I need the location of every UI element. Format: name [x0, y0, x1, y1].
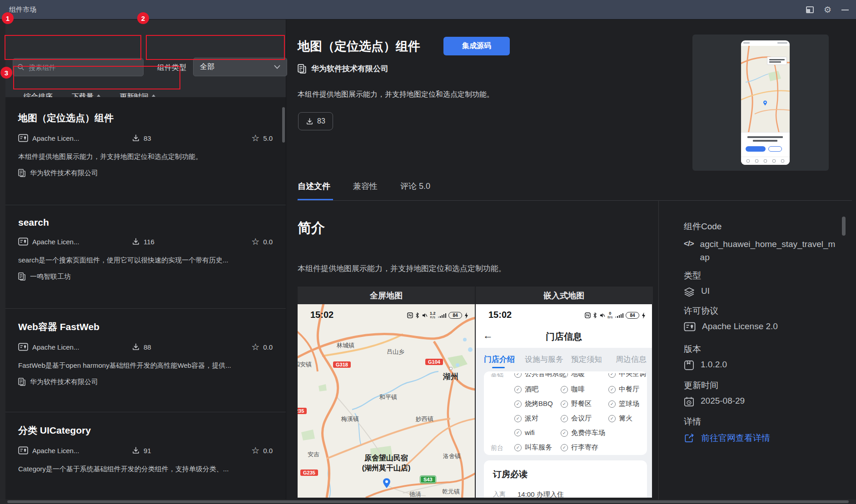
check-icon [561, 430, 568, 437]
sidebar-filters: 组件类型 全部 综合排序 下载量 更新时间 [5, 20, 286, 97]
map-label: 乾元镇 [442, 488, 460, 496]
map-label-city: 湖州 [443, 371, 458, 382]
horizontal-scrollbar-thumb[interactable] [7, 500, 849, 503]
list-item-license: Apache Licen... [32, 134, 79, 142]
map-label: 德清 [409, 490, 421, 498]
tab-comments[interactable]: 评论 5.0 [400, 181, 430, 192]
download-icon [132, 446, 140, 455]
license-icon [18, 343, 28, 351]
road-badge-s43: S43 [420, 476, 436, 483]
type-value: UI [701, 286, 710, 296]
chevron-down-icon [274, 65, 280, 69]
column-header-fullscreen-map: 全屏地图 [298, 287, 476, 304]
network-speed: 1.2K/s [430, 311, 436, 319]
list-item-title: 地图（定位选点）组件 [18, 112, 273, 124]
search-input[interactable] [13, 58, 144, 76]
bolt-icon [464, 312, 468, 319]
column-header-embedded-map: 嵌入式地图 [476, 287, 652, 304]
official-site-link[interactable]: 前往官网查看详情 [701, 432, 770, 444]
gear-icon[interactable]: ⚙ [824, 5, 831, 14]
tab-compatibility[interactable]: 兼容性 [353, 181, 378, 192]
amenities-card: 基础 公共音响系统 地暖 中央空调 酒吧 咖啡 中餐厅 烧烤BBQ 野餐区 [484, 371, 647, 455]
tab-facilities[interactable]: 设施与服务 [525, 354, 563, 365]
list-item-uicategory[interactable]: 分类 UICategory Apache Licen... [5, 412, 286, 504]
mini-map-callout [767, 57, 787, 65]
left-gutter [0, 20, 5, 504]
integrate-source-button[interactable]: 集成源码 [443, 37, 510, 55]
version-row: 1.0.2.0 [684, 360, 727, 371]
mini-bottom-sheet [741, 132, 790, 165]
map-label: 四安镇 [298, 361, 312, 369]
tab-readme[interactable]: 自述文件 [298, 181, 330, 192]
titlebar: 组件市场 ⚙ [0, 0, 856, 20]
tab-booking-notes[interactable]: 预定须知 [571, 354, 602, 365]
list-item-rating: 5.0 [263, 134, 273, 142]
details-scrollbar[interactable] [842, 217, 846, 236]
battery-indicator: 84 [448, 312, 462, 319]
bolt-icon [642, 312, 646, 319]
list-item-map-component[interactable]: 地图（定位选点）组件 Apache Licen... [5, 97, 286, 205]
booking-row-value: 14:00 办理入住 [518, 490, 564, 498]
download-count-chip: 83 [298, 112, 333, 130]
check-icon [608, 415, 616, 422]
license-label: 许可协议 [684, 305, 718, 317]
check-icon [514, 444, 522, 451]
list-item-company: 华为软件技术有限公司 [30, 169, 98, 178]
list-item-company: 华为软件技术有限公司 [30, 378, 98, 386]
booking-row-label: 入离 [493, 490, 506, 498]
active-tab-underline [492, 367, 505, 368]
code-row: </> agcit_huawei_home_stay_travel_map [684, 238, 836, 264]
tab-nearby[interactable]: 周边信息 [616, 354, 647, 365]
list-item-fastweb[interactable]: Web容器 FastWeb Apache Licen... [5, 308, 286, 412]
layout-panel-icon[interactable] [806, 6, 814, 13]
booking-heading: 订房必读 [493, 469, 638, 480]
status-bar: 15:02 0B/ [476, 304, 652, 325]
map-label: 梅溪镇 [341, 415, 359, 423]
check-icon [514, 429, 522, 436]
map-label: 安吉 [308, 450, 319, 459]
company-icon [18, 169, 26, 178]
check-icon [561, 415, 568, 422]
mini-primary-button [746, 146, 766, 152]
check-icon [561, 444, 568, 451]
poi-label: 原舍望山民宿 (湖州莫干山店) [343, 453, 429, 473]
star-icon [251, 341, 259, 352]
component-type-select[interactable]: 全部 [193, 58, 287, 76]
embedded-map-screenshot: 15:02 0B/ [476, 304, 652, 498]
list-item-license: Apache Licen... [32, 447, 79, 455]
network-speed: 0B/s [607, 311, 613, 319]
check-icon [514, 386, 522, 393]
check-icon [561, 400, 568, 408]
download-count: 83 [317, 117, 325, 125]
phone-preview-thumbnail[interactable] [741, 40, 790, 165]
minimize-icon[interactable] [841, 10, 849, 10]
license-icon [18, 237, 28, 246]
code-value: agcit_huawei_home_stay_travel_map [700, 238, 836, 264]
map-label: 吕山乡 [387, 348, 404, 356]
download-icon [132, 237, 140, 246]
license-row: Apache License 2.0 [684, 321, 778, 331]
updated-label: 更新时间 [684, 380, 718, 391]
bluetooth-icon [415, 312, 419, 318]
list-item-license: Apache Licen... [32, 238, 79, 246]
company-icon [298, 64, 307, 74]
type-label: 类型 [684, 270, 701, 282]
location-pin-icon [382, 478, 391, 489]
city-dot [449, 367, 453, 370]
status-time: 15:02 [488, 310, 512, 320]
tabs-divider [297, 200, 852, 201]
list-item-search[interactable]: search Apache Licen... 1 [5, 205, 286, 308]
list-item-downloads: 91 [144, 447, 151, 455]
road-badge-g318: G318 [333, 361, 351, 368]
download-icon [306, 118, 314, 125]
sidebar-scrollbar[interactable] [282, 107, 285, 143]
tab-store-intro[interactable]: 门店介绍 [484, 354, 515, 365]
mini-map [741, 46, 790, 132]
list-item-desc: search是一个搜索页面组件，使用它可以很快速的实现一个带有历史... [18, 256, 273, 265]
nfc-icon [585, 312, 591, 318]
company-icon [18, 378, 26, 386]
mute-icon [599, 312, 605, 318]
version-label: 版本 [684, 343, 701, 355]
mini-secondary-button [768, 146, 782, 152]
road-badge-g235: G235 [300, 469, 318, 476]
